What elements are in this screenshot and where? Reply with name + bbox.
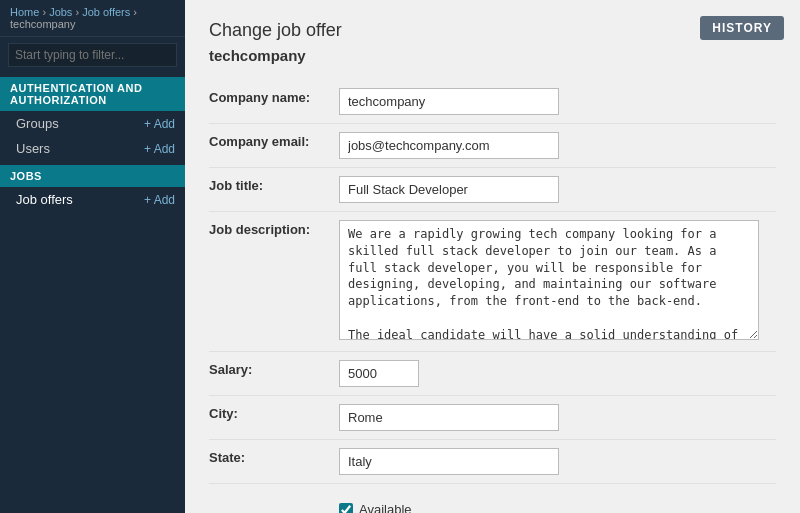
input-company-name[interactable]: [339, 88, 559, 115]
sidebar: Home › Jobs › Job offers › techcompany A…: [0, 0, 185, 513]
form-row-company-email: Company email:: [209, 124, 776, 168]
field-city: [339, 396, 776, 440]
field-job-title: [339, 168, 776, 212]
breadcrumb-home[interactable]: Home: [10, 6, 39, 18]
field-state: [339, 440, 776, 484]
label-job-title: Job title:: [209, 168, 339, 212]
record-name: techcompany: [209, 47, 776, 64]
sidebar-section-jobs-header: JOBS: [0, 165, 185, 187]
label-state: State:: [209, 440, 339, 484]
search-input[interactable]: [8, 43, 177, 67]
breadcrumb: Home › Jobs › Job offers › techcompany: [0, 0, 185, 37]
label-job-description: Job description:: [209, 212, 339, 352]
form-table: Company name: Company email: Job title:: [209, 80, 776, 513]
input-job-description[interactable]: We are a rapidly growing tech company lo…: [339, 220, 759, 340]
available-checkbox-row: Available: [339, 492, 776, 513]
field-salary: [339, 352, 776, 396]
breadcrumb-job-offers[interactable]: Job offers: [82, 6, 130, 18]
label-company-name: Company name:: [209, 80, 339, 124]
form-row-available: Available: [209, 484, 776, 514]
input-city[interactable]: [339, 404, 559, 431]
label-company-email: Company email:: [209, 124, 339, 168]
sidebar-item-users-add[interactable]: Add: [144, 142, 175, 156]
main-content: HISTORY Change job offer techcompany Com…: [185, 0, 800, 513]
sidebar-item-groups-label: Groups: [16, 116, 59, 131]
sidebar-item-job-offers[interactable]: Job offers Add: [0, 187, 185, 212]
field-company-name: [339, 80, 776, 124]
form-row-state: State:: [209, 440, 776, 484]
history-button[interactable]: HISTORY: [700, 16, 784, 40]
form-row-company-name: Company name:: [209, 80, 776, 124]
page-title: Change job offer: [209, 20, 776, 41]
input-company-email[interactable]: [339, 132, 559, 159]
input-state[interactable]: [339, 448, 559, 475]
sidebar-item-users-label: Users: [16, 141, 50, 156]
available-label: Available: [359, 502, 412, 513]
form-row-job-description: Job description: We are a rapidly growin…: [209, 212, 776, 352]
sidebar-item-job-offers-label: Job offers: [16, 192, 73, 207]
form-row-city: City:: [209, 396, 776, 440]
breadcrumb-current: techcompany: [10, 18, 75, 30]
sidebar-item-groups[interactable]: Groups Add: [0, 111, 185, 136]
breadcrumb-jobs[interactable]: Jobs: [49, 6, 72, 18]
form-row-job-title: Job title:: [209, 168, 776, 212]
sidebar-section-jobs: JOBS Job offers Add: [0, 165, 185, 212]
search-box: [0, 37, 185, 73]
input-job-title[interactable]: [339, 176, 559, 203]
field-job-description: We are a rapidly growing tech company lo…: [339, 212, 776, 352]
available-checkbox[interactable]: [339, 503, 353, 514]
sidebar-item-groups-add[interactable]: Add: [144, 117, 175, 131]
sidebar-section-auth-header: AUTHENTICATION AND AUTHORIZATION: [0, 77, 185, 111]
form-row-salary: Salary:: [209, 352, 776, 396]
field-company-email: [339, 124, 776, 168]
label-available-empty: [209, 484, 339, 514]
sidebar-section-auth: AUTHENTICATION AND AUTHORIZATION Groups …: [0, 77, 185, 161]
input-salary[interactable]: [339, 360, 419, 387]
sidebar-item-users[interactable]: Users Add: [0, 136, 185, 161]
label-salary: Salary:: [209, 352, 339, 396]
label-city: City:: [209, 396, 339, 440]
sidebar-item-job-offers-add[interactable]: Add: [144, 193, 175, 207]
field-available: Available: [339, 484, 776, 514]
